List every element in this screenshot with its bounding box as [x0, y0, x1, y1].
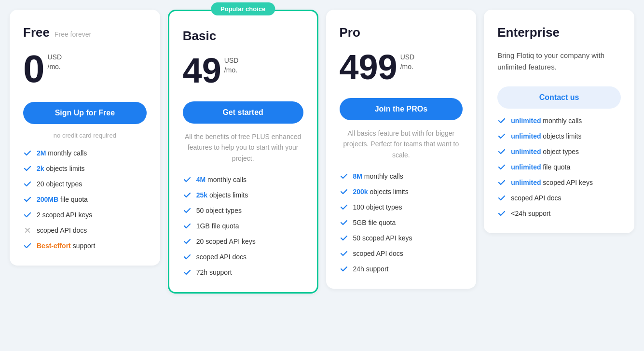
feature-item: 2M monthly calls	[23, 149, 147, 157]
feature-highlight: 4M	[196, 176, 206, 183]
feature-item: unlimited objects limits	[497, 132, 621, 140]
plan-card-enterprise: Enterprise Bring Flotiq to your company …	[484, 10, 634, 233]
plan-name-free: FreeFree forever	[23, 25, 147, 40]
check-icon	[340, 172, 348, 181]
feature-highlight: unlimited	[511, 117, 541, 125]
feature-item: <24h support	[497, 209, 621, 218]
feature-text: <24h support	[511, 210, 550, 217]
feature-item: 20 scoped API keys	[183, 237, 303, 246]
feature-text: 25k objects limits	[196, 191, 248, 199]
feature-text: 50 scoped API keys	[353, 234, 412, 242]
feature-text: 5GB file quota	[353, 219, 396, 226]
feature-item: scoped API docs	[183, 253, 303, 261]
feature-item: 2 scoped API keys	[23, 211, 147, 219]
feature-text: unlimited objects limits	[511, 132, 581, 140]
cta-note-free: no credit card required	[23, 132, 147, 139]
feature-item: 200k objects limits	[340, 187, 463, 196]
price-unit-basic: USD /mo.	[224, 53, 239, 75]
feature-item: scoped API docs	[23, 226, 147, 235]
feature-highlight: 200k	[353, 188, 368, 196]
cta-button-enterprise[interactable]: Contact us	[497, 86, 621, 109]
plan-name-basic: Basic	[183, 28, 303, 43]
feature-text: 2k objects limits	[37, 165, 85, 172]
feature-text: 50 object types	[196, 207, 242, 214]
price-period-free: /mo.	[48, 62, 62, 72]
check-icon	[23, 195, 32, 204]
feature-item: Best-effort support	[23, 241, 147, 250]
feature-item: 5GB file quota	[340, 218, 463, 227]
feature-highlight: 25k	[196, 191, 207, 199]
cta-button-basic[interactable]: Get started	[183, 101, 303, 124]
cta-button-pro[interactable]: Join the PROs	[340, 98, 463, 120]
pricing-container: FreeFree forever 0 USD /mo. Sign Up for …	[10, 10, 634, 294]
feature-text: 8M monthly calls	[353, 172, 403, 180]
feature-text: scoped API docs	[353, 250, 403, 257]
price-period-basic: /mo.	[224, 66, 239, 75]
check-icon	[23, 149, 32, 157]
feature-text: unlimited scoped API keys	[511, 179, 593, 186]
feature-item: 2k objects limits	[23, 164, 147, 173]
feature-highlight: 8M	[353, 172, 362, 180]
check-icon	[23, 164, 32, 173]
check-icon	[183, 237, 192, 246]
feature-highlight: unlimited	[511, 132, 541, 140]
feature-text: scoped API docs	[196, 253, 247, 261]
feature-item: 24h support	[340, 265, 463, 273]
enterprise-desc: Bring Flotiq to your company with unlimi…	[497, 50, 621, 73]
check-icon	[497, 132, 506, 140]
popular-badge: Popular choice	[211, 2, 275, 15]
feature-item: scoped API docs	[497, 194, 621, 202]
check-icon	[340, 187, 348, 196]
check-icon	[497, 147, 506, 156]
feature-text: 20 object types	[37, 180, 82, 188]
feature-list-enterprise: unlimited monthly calls unlimited object…	[497, 116, 621, 218]
feature-text: 4M monthly calls	[196, 176, 247, 183]
check-icon	[183, 191, 192, 199]
feature-list-free: 2M monthly calls 2k objects limits 20 ob…	[23, 149, 147, 250]
feature-item: unlimited object types	[497, 147, 621, 156]
feature-text: scoped API docs	[511, 194, 561, 202]
check-icon	[183, 268, 192, 277]
plan-desc-pro: All basics feature but with for bigger p…	[340, 128, 463, 160]
feature-list-basic: 4M monthly calls 25k objects limits 50 o…	[183, 175, 303, 277]
plan-card-basic: Popular choice Basic 49 USD /mo. Get sta…	[168, 10, 318, 294]
price-period-pro: /mo.	[400, 62, 415, 72]
price-row-free: 0 USD /mo.	[23, 50, 147, 88]
check-icon	[183, 175, 192, 184]
feature-text: 20 scoped API keys	[196, 238, 256, 245]
feature-highlight: 2M	[37, 149, 46, 157]
feature-item: 50 object types	[183, 206, 303, 215]
feature-item: 8M monthly calls	[340, 172, 463, 181]
check-icon	[497, 194, 506, 202]
feature-text: 2M monthly calls	[37, 149, 87, 157]
feature-text: scoped API docs	[37, 226, 87, 234]
feature-item: scoped API docs	[340, 249, 463, 258]
feature-item: unlimited file quota	[497, 163, 621, 171]
check-icon	[23, 180, 32, 188]
check-icon	[23, 241, 32, 250]
feature-item: 20 object types	[23, 180, 147, 188]
feature-highlight: 200MB	[37, 196, 58, 203]
feature-text: 200MB file quota	[37, 196, 88, 203]
feature-item: 25k objects limits	[183, 191, 303, 199]
plan-card-free: FreeFree forever 0 USD /mo. Sign Up for …	[10, 10, 160, 266]
price-main-free: 0	[23, 50, 45, 88]
check-icon	[497, 116, 506, 125]
feature-text: 72h support	[196, 268, 232, 276]
feature-item: unlimited scoped API keys	[497, 178, 621, 187]
plan-card-pro: Pro 499 USD /mo. Join the PROsAll basics…	[326, 10, 477, 289]
feature-highlight: 2k	[37, 165, 44, 172]
price-currency-pro: USD	[400, 53, 415, 62]
feature-text: 1GB file quota	[196, 222, 239, 230]
feature-item: 100 object types	[340, 203, 463, 211]
feature-item: 50 scoped API keys	[340, 234, 463, 242]
feature-item: 1GB file quota	[183, 222, 303, 230]
check-icon	[497, 209, 506, 218]
cta-button-free[interactable]: Sign Up for Free	[23, 102, 147, 124]
plan-subtitle-free: Free forever	[55, 30, 91, 38]
check-icon	[340, 265, 348, 273]
feature-text: 200k objects limits	[353, 188, 409, 196]
price-unit-free: USD /mo.	[48, 50, 62, 71]
check-icon	[340, 249, 348, 258]
price-currency-free: USD	[48, 53, 62, 62]
